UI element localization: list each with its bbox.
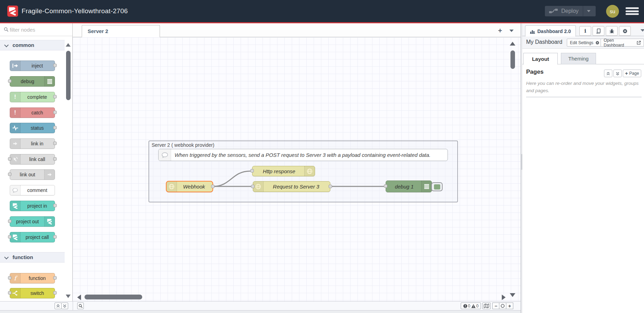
palette-category-common[interactable]: common (0, 40, 65, 50)
output-port[interactable] (53, 276, 57, 280)
circle-icon (501, 304, 505, 308)
plus-icon: + (625, 71, 628, 76)
debug-enable-toggle[interactable] (431, 182, 443, 191)
flow-node-debug1[interactable]: debug 1 (386, 180, 432, 192)
gear-icon (595, 41, 599, 45)
input-port[interactable] (8, 172, 11, 176)
search-flows-button[interactable] (77, 303, 84, 309)
input-port[interactable] (8, 276, 11, 280)
move-page-up-button[interactable] (604, 70, 612, 77)
zoom-out-button[interactable]: − (492, 303, 499, 309)
deploy-button[interactable]: Deploy (545, 6, 596, 16)
input-port[interactable] (8, 235, 11, 239)
debug-list-icon (44, 77, 55, 86)
pages-divider (526, 97, 642, 97)
flow-canvas[interactable]: Server 2 ( webhook provider) When trigge… (73, 37, 521, 301)
tab-theming[interactable]: Theming (561, 53, 596, 64)
add-page-button[interactable]: + Page (623, 70, 641, 77)
canvas-scroll-down[interactable] (510, 293, 515, 297)
globe-icon (253, 182, 264, 192)
palette-node-inject[interactable]: inject (10, 61, 55, 71)
pages-help-text: Here you can re-order and move your widg… (526, 80, 642, 95)
tab-layout[interactable]: Layout (523, 53, 558, 65)
palette-node-function[interactable]: f function (10, 273, 55, 283)
palette-node-comment[interactable]: comment (10, 185, 55, 195)
palette-node-project-out[interactable]: project out (10, 216, 55, 227)
sidebar-tabs-caret[interactable] (641, 29, 644, 32)
palette-node-debug[interactable]: debug (10, 76, 55, 87)
palette-node-project-in[interactable]: project in (10, 201, 55, 211)
globe-icon (167, 182, 177, 192)
comment-node[interactable]: When triggered by the sensors, send a PO… (158, 149, 448, 161)
output-port[interactable] (53, 235, 57, 239)
output-port[interactable] (329, 185, 332, 188)
canvas-hscrollbar[interactable] (84, 295, 142, 299)
canvas-vscrollbar[interactable] (510, 50, 515, 69)
input-port[interactable] (250, 169, 254, 172)
move-page-down-button[interactable] (613, 70, 622, 77)
error-icon (463, 304, 467, 308)
search-icon (4, 27, 9, 32)
output-port[interactable] (53, 111, 57, 114)
palette-node-link-in[interactable]: link in (10, 138, 55, 149)
canvas-scroll-up[interactable] (510, 42, 515, 46)
flow-tab-server2[interactable]: Server 2 (82, 25, 160, 38)
palette-node-complete[interactable]: ! complete (10, 92, 55, 102)
palette-node-status[interactable]: status (10, 123, 55, 133)
comment-bubble-icon (10, 185, 21, 195)
search-icon (79, 304, 83, 308)
canvas-scroll-left[interactable] (77, 295, 81, 300)
palette-node-catch[interactable]: ! catch (10, 107, 55, 118)
palette-collapse-all-button[interactable] (55, 303, 62, 309)
output-port[interactable] (53, 142, 57, 145)
link-arrow-icon (44, 170, 55, 179)
input-port[interactable] (8, 219, 11, 223)
output-port[interactable] (53, 157, 57, 161)
zoom-reset-button[interactable] (499, 303, 506, 309)
inject-arrow-icon (10, 61, 21, 71)
input-port[interactable] (8, 79, 11, 83)
zoom-controls: − + (492, 303, 513, 309)
palette-search (0, 23, 72, 36)
input-port[interactable] (8, 157, 11, 161)
output-port[interactable] (53, 204, 57, 207)
canvas-scroll-right[interactable] (502, 295, 506, 300)
palette-scroll-down[interactable] (66, 295, 71, 298)
bar-chart-icon (530, 29, 535, 34)
input-port[interactable] (384, 184, 387, 188)
flow-node-request-to-server3[interactable]: Request to Server 3 (253, 181, 330, 192)
open-dashboard-button[interactable]: Open Dashboard (601, 39, 644, 47)
notifications-counter[interactable]: 0 0 (461, 303, 481, 309)
palette-node-link-call[interactable]: link call (10, 154, 55, 164)
flow-node-webhook[interactable]: Webhook (166, 181, 213, 192)
palette-category-function[interactable]: function (0, 252, 65, 263)
minimap-toggle-button[interactable] (482, 303, 491, 309)
chevron-down-icon (4, 255, 9, 259)
zoom-in-button[interactable]: + (506, 303, 513, 309)
output-port[interactable] (53, 95, 57, 98)
output-port[interactable] (53, 64, 57, 67)
pulse-icon (10, 123, 21, 133)
input-port[interactable] (8, 291, 11, 295)
palette-scroll-up[interactable] (66, 43, 71, 47)
palette-expand-all-button[interactable] (61, 303, 68, 309)
main-menu-button[interactable] (626, 7, 639, 15)
deploy-options-caret[interactable] (583, 6, 594, 16)
palette-node-switch[interactable]: switch (10, 288, 55, 298)
edit-settings-button[interactable]: Edit Settings (567, 39, 603, 47)
filter-nodes-input[interactable] (10, 25, 65, 34)
output-port[interactable] (53, 126, 57, 129)
input-port[interactable] (251, 185, 255, 188)
switch-fork-icon (10, 288, 21, 298)
palette-node-link-out[interactable]: link out (10, 169, 55, 180)
flow-list-caret[interactable] (509, 30, 514, 32)
user-avatar[interactable]: su (606, 5, 619, 18)
sidebar-content: My Dashboard Edit Settings Open Dashboar… (522, 23, 644, 313)
flow-node-http-response[interactable]: Http response (252, 166, 315, 176)
sidebar-tab-dashboard[interactable]: Dashboard 2.0 (525, 25, 576, 37)
palette-scrollbar[interactable] (66, 51, 71, 100)
output-port[interactable] (211, 185, 215, 188)
output-port[interactable] (53, 291, 57, 295)
palette-node-project-call[interactable]: project call (10, 232, 55, 242)
add-flow-button[interactable]: + (495, 25, 505, 36)
